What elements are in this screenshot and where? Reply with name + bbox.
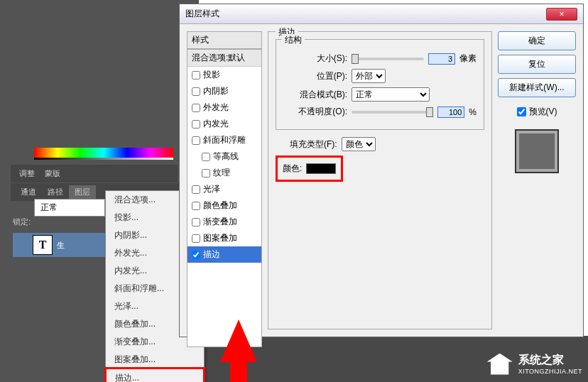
- lock-label: 锁定:: [13, 217, 31, 227]
- style-texture[interactable]: 纹理: [187, 165, 261, 181]
- new-style-button[interactable]: 新建样式(W)...: [498, 78, 576, 97]
- chk-satin[interactable]: [192, 185, 200, 194]
- highlight-color-box: 颜色:: [276, 155, 343, 182]
- watermark: 系统之家 XITONGZHIJIA.NET: [487, 353, 582, 375]
- style-default[interactable]: 混合选项:默认: [187, 50, 261, 67]
- color-label: 颜色:: [283, 163, 302, 175]
- styles-header[interactable]: 样式: [187, 31, 262, 49]
- style-bevel[interactable]: 斜面和浮雕: [187, 132, 261, 148]
- watermark-en: XITONGZHIJIA.NET: [518, 368, 582, 375]
- style-drop-shadow[interactable]: 投影: [187, 67, 261, 83]
- tab-adjust[interactable]: 调整: [15, 167, 39, 180]
- preview-swatch: [515, 129, 559, 173]
- dialog-buttons: 确定 复位 新建样式(W)... 预览(V): [498, 31, 576, 329]
- ok-button[interactable]: 确定: [498, 31, 576, 50]
- dialog-title: 图层样式: [185, 8, 546, 20]
- preview-checkbox[interactable]: [517, 107, 526, 116]
- chk-inner-glow[interactable]: [192, 120, 200, 129]
- chk-gradient-overlay[interactable]: [192, 218, 200, 227]
- blend-label: 混合模式(B):: [283, 89, 347, 101]
- color-gradient[interactable]: [34, 158, 173, 160]
- style-stroke[interactable]: 描边: [187, 246, 261, 263]
- chk-texture[interactable]: [202, 169, 210, 178]
- size-input[interactable]: [428, 53, 455, 65]
- size-unit: 像素: [459, 53, 477, 65]
- watermark-cn: 系统之家: [518, 353, 582, 368]
- opacity-label: 不透明度(O):: [283, 106, 347, 118]
- style-inner-shadow[interactable]: 内阴影: [187, 83, 261, 99]
- dialog-titlebar[interactable]: 图层样式 ×: [180, 4, 583, 24]
- tab-mask[interactable]: 蒙版: [40, 167, 65, 180]
- watermark-logo-icon: [487, 354, 513, 375]
- styles-list: 样式 混合选项:默认 投影 内阴影 外发光 内发光 斜面和浮雕 等高线 纹理 光…: [187, 31, 262, 329]
- chk-stroke[interactable]: [192, 251, 200, 259]
- style-inner-glow[interactable]: 内发光: [187, 116, 261, 132]
- tab-channels[interactable]: 通道: [15, 185, 42, 199]
- chk-pattern-overlay[interactable]: [192, 234, 200, 243]
- size-slider[interactable]: [352, 58, 424, 60]
- layer-style-dialog: 图层样式 × 样式 混合选项:默认 投影 内阴影 外发光 内发光 斜面和浮雕 等…: [179, 4, 584, 337]
- fill-type-select[interactable]: 颜色: [342, 137, 376, 151]
- layer-name: 生: [57, 240, 65, 251]
- chk-color-overlay[interactable]: [192, 202, 200, 210]
- blend-mode-select[interactable]: 正常: [34, 199, 105, 217]
- style-contour[interactable]: 等高线: [187, 148, 261, 165]
- menu-stroke[interactable]: 描边...: [107, 369, 203, 382]
- structure-title: 结构: [282, 34, 305, 46]
- opacity-unit: %: [469, 107, 477, 117]
- close-button[interactable]: ×: [546, 8, 577, 21]
- chk-bevel[interactable]: [192, 136, 200, 145]
- color-swatch[interactable]: [306, 163, 336, 174]
- chk-drop-shadow[interactable]: [192, 71, 200, 80]
- tab-layers[interactable]: 图层: [69, 185, 96, 199]
- position-select[interactable]: 外部: [352, 69, 386, 83]
- preview-label: 预览(V): [529, 106, 557, 118]
- style-gradient-overlay[interactable]: 渐变叠加: [187, 214, 261, 230]
- panel-tabs-adjust: 调整 蒙版: [11, 165, 178, 182]
- color-spectrum[interactable]: [34, 148, 173, 158]
- style-color-overlay[interactable]: 颜色叠加: [187, 197, 261, 214]
- style-pattern-overlay[interactable]: 图案叠加: [187, 230, 261, 246]
- chk-contour[interactable]: [202, 153, 210, 161]
- menu-pattern-overlay[interactable]: 图案叠加...: [106, 351, 204, 369]
- settings-panel: 描边 结构 大小(S): 像素 位置(P): 外部 混合模式(B): 正常: [268, 31, 492, 329]
- layer-thumbnail: T: [33, 235, 53, 255]
- blend-select[interactable]: 正常: [352, 87, 430, 102]
- structure-group: 结构 大小(S): 像素 位置(P): 外部 混合模式(B): 正常 不透明度(…: [276, 39, 484, 130]
- annotation-arrow-stem: [230, 355, 247, 382]
- preview-row: 预览(V): [498, 106, 576, 118]
- cancel-button[interactable]: 复位: [498, 55, 576, 74]
- size-label: 大小(S):: [283, 53, 347, 65]
- opacity-input[interactable]: [437, 107, 464, 118]
- style-satin[interactable]: 光泽: [187, 181, 261, 197]
- style-outer-glow[interactable]: 外发光: [187, 99, 261, 116]
- position-label: 位置(P):: [283, 70, 347, 82]
- fill-type-label: 填充类型(F):: [290, 138, 337, 151]
- opacity-slider[interactable]: [352, 111, 433, 114]
- tab-paths[interactable]: 路径: [42, 185, 69, 199]
- chk-inner-shadow[interactable]: [192, 87, 200, 96]
- layer-row[interactable]: T 生: [13, 233, 105, 257]
- chk-outer-glow[interactable]: [192, 104, 200, 112]
